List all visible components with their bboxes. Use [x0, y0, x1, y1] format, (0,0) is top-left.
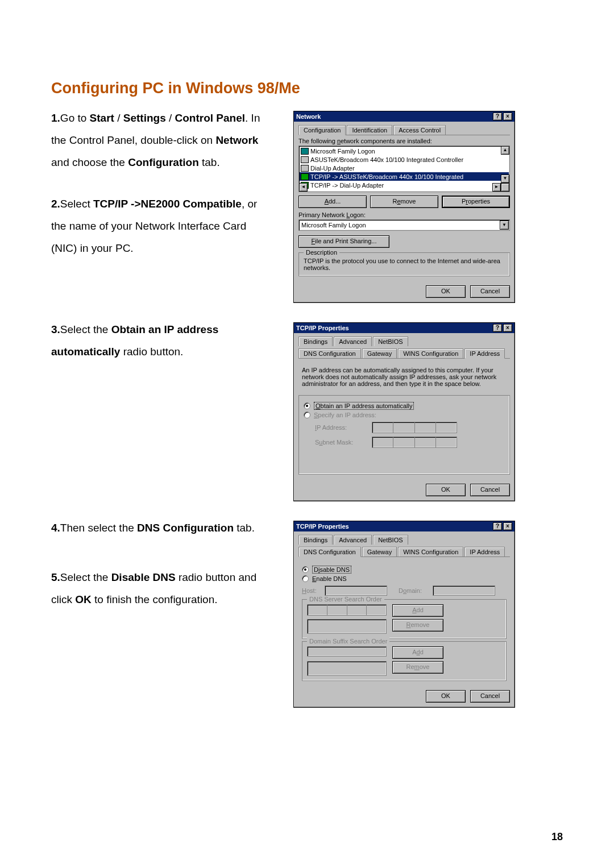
properties-button[interactable]: Properties	[442, 196, 510, 208]
step-3: 3.Select the Obtain an IP address automa…	[51, 319, 273, 363]
help-icon[interactable]: ?	[493, 324, 502, 332]
close-icon[interactable]: ×	[503, 324, 512, 332]
step-1-num: 1.	[51, 112, 60, 124]
domain-label: Domain:	[399, 587, 433, 594]
tcpip-dialog-title: TCP/IP Properties	[296, 325, 349, 331]
host-input	[325, 585, 387, 596]
cancel-button[interactable]: Cancel	[470, 484, 510, 496]
description-label: Description	[304, 249, 339, 256]
tcpip-dialog-ip: TCP/IP Properties ? × Bindings Advanced …	[293, 322, 515, 501]
radio-obtain-auto[interactable]	[304, 402, 310, 409]
step-5: 5.Select the Disable DNS radio button an…	[51, 567, 273, 611]
radio-enable-dns[interactable]	[302, 575, 309, 582]
scroll-right-icon[interactable]: ►	[492, 183, 501, 192]
tab-dns-config[interactable]: DNS Configuration	[298, 348, 361, 358]
scroll-left-icon[interactable]: ◄	[299, 183, 308, 192]
list-item-label: ASUSTeK/Broadcom 440x 10/100 Integrated …	[310, 156, 463, 163]
installed-components-label: The following network components are ins…	[298, 138, 510, 144]
scroll-down-icon[interactable]: ▼	[501, 175, 509, 183]
subnet-mask-label: Subnet Mask:	[315, 439, 372, 446]
ip-address-field	[372, 422, 457, 433]
step-2: 2.Select TCP/IP ->NE2000 Compatible, or …	[51, 193, 273, 260]
tab-wins-config[interactable]: WINS Configuration	[398, 547, 463, 556]
tab-netbios[interactable]: NetBIOS	[373, 337, 408, 346]
tab-wins-config[interactable]: WINS Configuration	[398, 348, 463, 358]
tab-configuration[interactable]: Configuration	[298, 125, 346, 135]
add-button[interactable]: Add...	[298, 196, 367, 208]
help-icon[interactable]: ?	[493, 113, 502, 121]
suffix-add-button: Add	[392, 646, 443, 659]
tab-gateway[interactable]: Gateway	[362, 348, 397, 358]
step-4-num: 4.	[51, 522, 60, 534]
tab-ip-address[interactable]: IP Address	[464, 348, 505, 359]
domain-input	[433, 585, 495, 596]
radio-obtain-auto-label: Obtain an IP address automatically	[314, 402, 414, 410]
step-2-num: 2.	[51, 198, 60, 210]
tab-identification[interactable]: Identification	[347, 125, 392, 135]
tab-advanced[interactable]: Advanced	[334, 535, 372, 545]
scroll-thumb[interactable]	[501, 183, 509, 192]
tab-gateway[interactable]: Gateway	[362, 547, 397, 556]
remove-button[interactable]: Remove	[370, 196, 438, 208]
primary-logon-combo[interactable]: Microsoft Family Logon ▼	[298, 219, 510, 231]
list-item-label: Dial-Up Adapter	[310, 165, 355, 172]
tab-dns-config[interactable]: DNS Configuration	[298, 547, 361, 557]
adapter-icon	[301, 165, 309, 172]
chevron-down-icon[interactable]: ▼	[500, 221, 509, 230]
ip-address-label: IP Address:	[315, 424, 372, 431]
list-item-label: TCP/IP -> ASUSTeK/Broadcom 440x 10/100 I…	[310, 173, 463, 180]
domain-suffix-order-label: Domain Suffix Search Order	[307, 638, 389, 645]
radio-disable-dns-label: Disable DNS	[312, 566, 351, 574]
tab-ip-address[interactable]: IP Address	[464, 547, 505, 556]
page-heading: Configuring PC in Windows 98/Me	[51, 80, 563, 97]
tab-bindings[interactable]: Bindings	[298, 535, 333, 545]
host-label: Host:	[302, 587, 325, 594]
dns-server-order-label: DNS Server Search Order	[307, 596, 384, 603]
radio-disable-dns[interactable]	[302, 566, 309, 573]
ip-info-text: An IP address can be automatically assig…	[298, 361, 510, 393]
dns-add-button: Add	[392, 604, 443, 617]
scroll-up-icon[interactable]: ▲	[501, 146, 509, 155]
primary-logon-label: Primary Network Logon:	[298, 211, 510, 218]
tab-access-control[interactable]: Access Control	[393, 125, 446, 135]
client-icon	[301, 148, 309, 155]
step-1: 1.Go to Start / Settings / Control Panel…	[51, 107, 273, 174]
primary-logon-value: Microsoft Family Logon	[301, 222, 366, 229]
tcpip-dialog-title: TCP/IP Properties	[296, 523, 349, 530]
dns-list	[307, 619, 387, 634]
cancel-button[interactable]: Cancel	[470, 690, 510, 703]
radio-enable-dns-label: Enable DNS	[312, 575, 347, 582]
cancel-button[interactable]: Cancel	[470, 285, 510, 298]
network-dialog-title: Network	[296, 113, 321, 120]
tab-bindings[interactable]: Bindings	[298, 337, 333, 346]
adapter-icon	[301, 156, 309, 163]
ok-button[interactable]: OK	[426, 690, 466, 703]
suffix-input	[307, 646, 387, 657]
radio-specify-label: Specify an IP address:	[314, 412, 376, 418]
dns-remove-button: Remove	[392, 619, 443, 632]
list-item-label: TCP/IP -> Dial-Up Adapter	[310, 182, 384, 189]
page-number: 18	[551, 831, 563, 843]
list-item-label: Microsoft Family Logon	[310, 148, 375, 155]
step-4: 4.Then select the DNS Configuration tab.	[51, 517, 273, 539]
close-icon[interactable]: ×	[503, 113, 512, 121]
ok-button[interactable]: OK	[426, 484, 466, 496]
suffix-remove-button: Remove	[392, 661, 443, 674]
components-list[interactable]: Microsoft Family Logon ASUSTeK/Broadcom …	[298, 146, 510, 192]
protocol-icon	[301, 173, 309, 180]
network-dialog: Network ? × Configuration Identification…	[293, 111, 515, 303]
tab-netbios[interactable]: NetBIOS	[373, 535, 408, 545]
step-3-num: 3.	[51, 323, 60, 335]
tab-advanced[interactable]: Advanced	[334, 337, 372, 346]
file-print-sharing-button[interactable]: File and Print Sharing...	[298, 235, 389, 248]
step-5-num: 5.	[51, 571, 60, 583]
tcpip-dialog-dns: TCP/IP Properties ? × Bindings Advanced …	[293, 521, 515, 708]
close-icon[interactable]: ×	[503, 522, 512, 530]
ok-button[interactable]: OK	[426, 285, 466, 298]
dns-ip-field	[307, 604, 387, 616]
subnet-mask-field	[372, 437, 457, 448]
radio-specify[interactable]	[304, 412, 310, 418]
description-text: TCP/IP is the protocol you use to connec…	[304, 258, 505, 271]
help-icon[interactable]: ?	[493, 522, 502, 530]
suffix-list	[307, 661, 387, 676]
